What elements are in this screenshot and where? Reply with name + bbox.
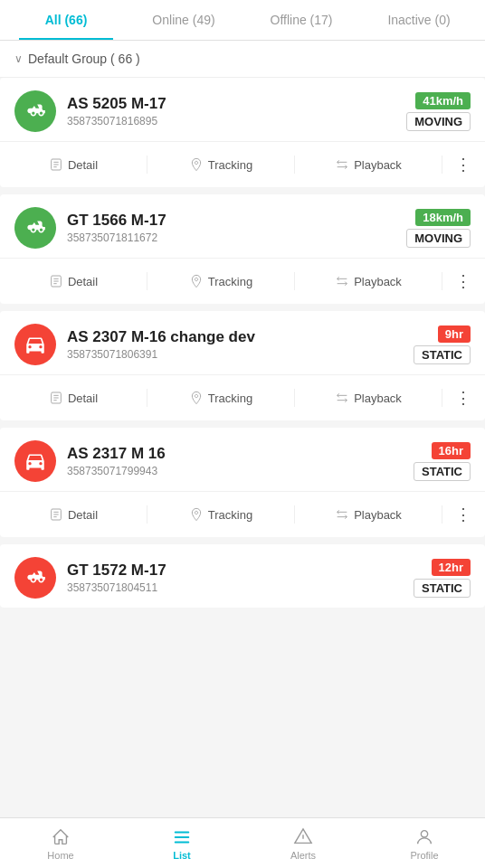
svg-rect-18 — [175, 842, 190, 844]
vehicle-id: 358735071804511 — [67, 581, 414, 594]
vehicle-status-block: 12hr STATIC — [414, 559, 471, 598]
vehicle-id: 358735071811672 — [67, 231, 406, 244]
vehicle-card: GT 1572 M-17 358735071804511 12hr STATIC — [0, 544, 485, 608]
vehicle-info-row: AS 2307 M-16 change dev 358735071806391 … — [0, 311, 485, 374]
motorcycle-icon — [24, 99, 47, 123]
vehicle-list: AS 5205 M-17 358735071816895 41km/h MOVI… — [0, 78, 485, 678]
playback-icon — [335, 391, 349, 405]
chevron-icon: ∨ — [14, 52, 23, 65]
status-label: MOVING — [406, 112, 471, 131]
detail-button[interactable]: Detail — [0, 152, 147, 177]
avatar — [14, 440, 56, 482]
tab-offline[interactable]: Offline (17) — [242, 0, 360, 40]
tracking-button[interactable]: Tracking — [147, 269, 294, 294]
avatar — [14, 324, 56, 365]
vehicle-id: 358735071806391 — [67, 348, 414, 361]
vehicle-details: AS 2307 M-16 change dev 358735071806391 — [67, 328, 414, 361]
action-row: Detail Tracking Playback ⋮ — [0, 491, 485, 537]
nav-profile[interactable]: Profile — [364, 818, 485, 868]
tracking-icon — [189, 157, 204, 172]
group-header[interactable]: ∨ Default Group ( 66 ) — [0, 41, 485, 78]
action-row: Detail Tracking Playback ⋮ — [0, 374, 485, 420]
status-label: MOVING — [406, 229, 471, 248]
vehicle-card: AS 2317 M 16 358735071799943 16hr STATIC… — [0, 428, 485, 537]
vehicle-status-block: 41km/h MOVING — [406, 92, 471, 131]
car-icon — [24, 333, 47, 356]
speed-badge: 18km/h — [415, 209, 471, 226]
motorcycle-icon — [24, 216, 47, 240]
tracking-icon — [189, 391, 204, 405]
detail-icon — [49, 391, 63, 405]
nav-alerts[interactable]: Alerts — [242, 818, 364, 868]
more-button[interactable]: ⋮ — [442, 499, 485, 530]
bottom-nav: Home List Alerts Profile — [0, 817, 485, 868]
status-label: STATIC — [414, 345, 471, 364]
vehicle-details: AS 5205 M-17 358735071816895 — [67, 95, 406, 127]
tracking-icon — [189, 274, 204, 288]
tracking-icon — [189, 507, 204, 522]
vehicle-name: GT 1572 M-17 — [67, 561, 414, 580]
vehicle-info-row: AS 5205 M-17 358735071816895 41km/h MOVI… — [0, 78, 485, 141]
svg-rect-17 — [175, 836, 190, 838]
car-icon — [24, 449, 47, 473]
nav-list[interactable]: List — [121, 818, 242, 868]
detail-icon — [49, 507, 63, 522]
detail-button[interactable]: Detail — [0, 385, 147, 410]
svg-rect-16 — [175, 832, 190, 834]
playback-icon — [335, 274, 349, 288]
alerts-icon — [293, 827, 313, 847]
vehicle-status-block: 9hr STATIC — [414, 326, 471, 364]
playback-icon — [335, 157, 349, 172]
tab-bar: All (66) Online (49) Offline (17) Inacti… — [0, 0, 485, 41]
vehicle-id: 358735071799943 — [67, 465, 414, 477]
group-label: Default Group ( 66 ) — [28, 52, 140, 66]
action-row: Detail Tracking Playback ⋮ — [0, 258, 485, 304]
svg-point-19 — [421, 831, 427, 837]
tab-inactive[interactable]: Inactive (0) — [360, 0, 478, 40]
vehicle-card: AS 2307 M-16 change dev 358735071806391 … — [0, 311, 485, 420]
speed-badge: 16hr — [432, 442, 471, 459]
vehicle-name: AS 5205 M-17 — [67, 95, 406, 113]
speed-badge: 9hr — [438, 326, 471, 343]
avatar — [14, 557, 56, 599]
status-label: STATIC — [414, 579, 471, 598]
playback-button[interactable]: Playback — [295, 152, 442, 177]
detail-icon — [49, 157, 63, 172]
speed-badge: 41km/h — [415, 92, 471, 109]
detail-icon — [49, 274, 63, 288]
action-row: Detail Tracking Playback ⋮ — [0, 141, 485, 187]
tracking-button[interactable]: Tracking — [147, 385, 294, 410]
status-label: STATIC — [414, 462, 471, 481]
vehicle-details: GT 1566 M-17 358735071811672 — [67, 212, 406, 244]
vehicle-info-row: GT 1572 M-17 358735071804511 12hr STATIC — [0, 544, 485, 608]
vehicle-details: GT 1572 M-17 358735071804511 — [67, 561, 414, 594]
vehicle-name: GT 1566 M-17 — [67, 212, 406, 230]
tracking-button[interactable]: Tracking — [147, 152, 294, 177]
more-button[interactable]: ⋮ — [442, 382, 485, 413]
playback-button[interactable]: Playback — [295, 269, 442, 294]
more-button[interactable]: ⋮ — [442, 149, 485, 180]
speed-badge: 12hr — [432, 559, 471, 576]
vehicle-card: GT 1566 M-17 358735071811672 18km/h MOVI… — [0, 194, 485, 304]
vehicle-status-block: 18km/h MOVING — [406, 209, 471, 248]
detail-button[interactable]: Detail — [0, 269, 147, 294]
playback-icon — [335, 507, 349, 522]
more-button[interactable]: ⋮ — [442, 266, 485, 297]
playback-button[interactable]: Playback — [295, 385, 442, 410]
detail-button[interactable]: Detail — [0, 502, 147, 527]
nav-home[interactable]: Home — [0, 818, 121, 868]
avatar — [14, 90, 56, 132]
vehicle-status-block: 16hr STATIC — [414, 442, 471, 481]
tracking-button[interactable]: Tracking — [147, 502, 294, 527]
vehicle-info-row: AS 2317 M 16 358735071799943 16hr STATIC — [0, 428, 485, 491]
vehicle-card: AS 5205 M-17 358735071816895 41km/h MOVI… — [0, 78, 485, 187]
motorcycle-icon — [24, 566, 47, 590]
vehicle-name: AS 2317 M 16 — [67, 445, 414, 463]
tab-all[interactable]: All (66) — [7, 0, 125, 40]
playback-button[interactable]: Playback — [295, 502, 442, 527]
vehicle-id: 358735071816895 — [67, 115, 406, 127]
vehicle-info-row: GT 1566 M-17 358735071811672 18km/h MOVI… — [0, 194, 485, 258]
list-icon — [172, 827, 192, 847]
tab-online[interactable]: Online (49) — [125, 0, 242, 40]
profile-icon — [414, 827, 434, 847]
